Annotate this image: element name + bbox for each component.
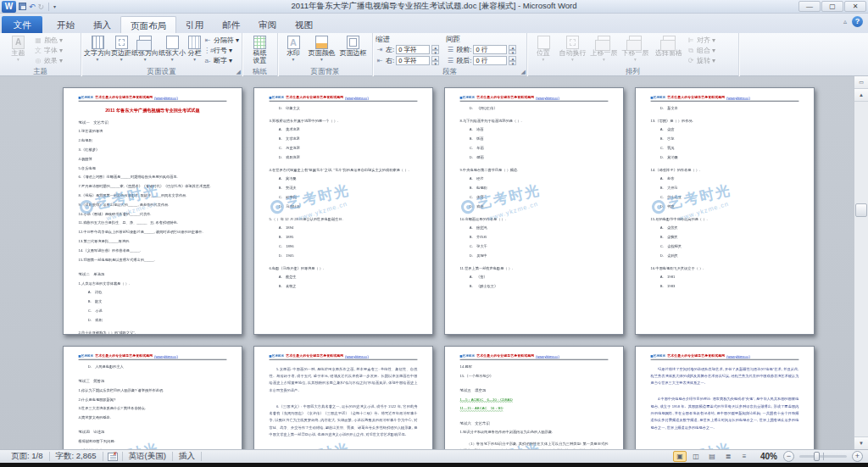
orientation-button[interactable]: 纸张方向▾ <box>131 34 159 67</box>
spacing-before-input[interactable]: 0 行 <box>473 45 507 54</box>
send-backward-icon <box>629 36 642 49</box>
header-site-link[interactable]: (www.yktime.cc) <box>536 97 559 100</box>
zoom-slider-thumb[interactable] <box>814 452 820 461</box>
text-line: 1—5：ACBDC 6—10：CDBAD <box>460 398 609 403</box>
watermark-button[interactable]: A 水印▾ <box>281 34 306 67</box>
save-icon[interactable] <box>19 3 26 10</box>
document-page-6[interactable]: 艺考时光艺术生最大的专业辅导艺考资料试题网(www.yktime.cc)5.水墨… <box>253 346 433 449</box>
document-page-4[interactable]: 艺考时光艺术生最大的专业辅导艺考资料试题网(www.yktime.cc)D. 新… <box>635 87 815 335</box>
themes-button[interactable]: A 主题▾ <box>3 34 34 67</box>
line-numbers-button[interactable]: ⋮# 行号▾ <box>203 46 239 55</box>
minimize-button[interactable]: — <box>798 1 821 12</box>
columns-button[interactable]: 分栏▾ <box>186 34 203 67</box>
view-print-layout-icon[interactable]: ▣ <box>673 451 687 462</box>
spacing-after-spinner[interactable]: ▲▼ <box>509 56 516 65</box>
group-button[interactable]: ⧉ 组合▾ <box>687 46 715 55</box>
indent-left-spinner[interactable]: ▲▼ <box>431 45 439 54</box>
tab-review[interactable]: 审阅 <box>249 16 286 33</box>
close-button[interactable]: ✕ <box>844 1 866 12</box>
indent-right-spinner[interactable]: ▲▼ <box>431 56 439 65</box>
tab-mailings[interactable]: 邮件 <box>213 16 249 33</box>
page-setup-dialog-launcher-icon[interactable]: ◢ <box>236 69 241 75</box>
send-backward-button[interactable]: 下移一层▾ <box>620 34 651 67</box>
grid-settings-button[interactable]: 稿纸 设置 <box>245 34 275 67</box>
vertical-scrollbar[interactable]: ▭ ▲ ▼ <box>854 76 868 449</box>
status-page-count[interactable]: 页面: 1/8 <box>5 451 49 462</box>
zoom-out-icon[interactable]: − <box>783 451 794 462</box>
header-site-link[interactable]: (www.yktime.cc) <box>154 355 177 359</box>
undo-icon[interactable]: ↶ <box>29 1 36 13</box>
document-page-3[interactable]: 艺考时光艺术生最大的专业辅导艺考资料试题网(www.yktime.cc)D. 《… <box>444 87 624 335</box>
status-insert-mode[interactable]: 插入 <box>173 451 201 462</box>
hyphenation-button[interactable]: a- 断字▾ <box>203 56 239 65</box>
zoom-level[interactable]: 40% <box>760 452 777 461</box>
header-site-link[interactable]: (www.yktime.cc) <box>345 97 368 100</box>
spacing-before-spinner[interactable]: ▲▼ <box>509 45 516 54</box>
status-language[interactable]: 英语(美国) <box>123 451 172 462</box>
zoom-slider[interactable] <box>799 455 847 458</box>
text-line: C. 1896 <box>279 244 418 249</box>
bring-forward-button[interactable]: 上移一层▾ <box>588 34 620 67</box>
scrollbar-thumb[interactable] <box>855 203 867 217</box>
margins-button[interactable]: 页边距▾ <box>111 34 131 67</box>
header-site-link[interactable]: (www.yktime.cc) <box>726 97 749 100</box>
document-page-7[interactable]: 艺考时光艺术生最大的专业辅导艺考资料试题网(www.yktime.cc)14.题… <box>444 346 624 449</box>
tab-view[interactable]: 视图 <box>286 16 322 33</box>
view-full-screen-icon[interactable]: ◫ <box>689 451 703 462</box>
page-borders-button[interactable]: 页面边框 <box>337 34 369 67</box>
theme-colors-button[interactable]: ▦ 颜色▾ <box>34 36 63 45</box>
tab-file[interactable]: 文件 <box>2 16 42 33</box>
wrap-text-button[interactable]: 自动换行▾ <box>557 34 588 67</box>
align-icon: ⊫ <box>687 36 695 44</box>
scroll-up-icon[interactable]: ▲ <box>854 89 868 102</box>
group-label-grid: 稿纸 <box>242 67 277 76</box>
view-outline-icon[interactable]: ≣ <box>721 451 735 462</box>
page-color-button[interactable]: 页面颜色▾ <box>306 34 337 67</box>
site-logo-icon: 艺考时光 <box>460 354 476 359</box>
redo-icon[interactable]: ↻ <box>38 1 45 13</box>
ruler-toggle-icon[interactable]: ▭ <box>854 76 868 89</box>
tab-page-layout[interactable]: 页面布局 <box>120 16 176 33</box>
paper-size-button[interactable]: 纸张大小▾ <box>159 34 186 67</box>
text-direction-button[interactable]: 文字方向▾ <box>84 34 111 67</box>
status-word-count[interactable]: 字数: 2,865 <box>50 451 103 462</box>
spell-check-icon[interactable] <box>108 453 118 461</box>
qat-customize-icon[interactable]: ▾ <box>53 1 56 13</box>
paragraph-dialog-launcher-icon[interactable]: ◢ <box>521 69 526 75</box>
indent-left-input[interactable]: 0 字符 <box>396 45 430 54</box>
text-line: A. 金庸 <box>660 127 799 132</box>
document-page-2[interactable]: 艺考时光艺术生最大的专业辅导艺考资料试题网(www.yktime.cc)D. 印… <box>253 87 433 335</box>
page-header: 艺考时光艺术生最大的专业辅导艺考资料试题网(www.yktime.cc) <box>79 96 227 102</box>
document-page-8[interactable]: 艺考时光艺术生最大的专业辅导艺考资料试题网(www.yktime.cc)纪录片描… <box>635 346 815 449</box>
maximize-button[interactable]: ▢ <box>821 1 843 12</box>
tab-home[interactable]: 开始 <box>47 16 84 33</box>
header-site-name: 艺术生最大的专业辅导艺考资料试题网 <box>667 96 725 100</box>
position-button[interactable]: 位置▾ <box>530 34 557 67</box>
scroll-down-icon[interactable]: ▼ <box>854 436 868 449</box>
help-icon[interactable]: ? <box>852 16 863 27</box>
tab-references[interactable]: 引用 <box>176 16 213 33</box>
minimize-ribbon-icon[interactable]: ▵ <box>843 18 847 25</box>
view-web-layout-icon[interactable]: ▤ <box>705 451 719 462</box>
header-site-name: 艺术生最大的专业辅导艺考资料试题网 <box>286 354 343 359</box>
text-line: 4.在世界古代短篇史上有“短篇北斗”之说, “北斗”指的是最早自由现实主义的戏剧… <box>270 168 418 173</box>
header-site-link[interactable]: (www.yktime.cc) <box>154 97 177 100</box>
theme-fonts-button[interactable]: 文 字体▾ <box>34 46 63 55</box>
indent-right-input[interactable]: 0 字符 <box>396 56 430 65</box>
text-line: 8.《祝福》是我国第一部彩色故事影片, 取材于_____的同名文学作品. <box>79 193 227 198</box>
theme-effects-button[interactable]: ◎ 效果▾ <box>34 56 63 65</box>
tab-insert[interactable]: 插入 <box>84 16 120 33</box>
view-draft-icon[interactable]: ≡ <box>737 451 751 462</box>
spacing-after-input[interactable]: 0 行 <box>473 56 507 65</box>
word-logo-icon[interactable]: W <box>2 1 16 13</box>
zoom-in-icon[interactable]: + <box>852 451 863 462</box>
align-button[interactable]: ⊫ 对齐▾ <box>687 36 715 45</box>
breaks-button[interactable]: ⇤ 分隔符▾ <box>203 36 239 45</box>
rotate-button[interactable]: ⟳ 旋转▾ <box>687 56 715 65</box>
header-site-link[interactable]: (www.yktime.cc) <box>345 355 368 359</box>
header-site-link[interactable]: (www.yktime.cc) <box>536 355 559 359</box>
document-page-1[interactable]: 艺考时光艺术生最大的专业辅导艺考资料试题网(www.yktime.cc)2011… <box>63 87 242 335</box>
header-site-link[interactable]: (www.yktime.cc) <box>726 355 749 359</box>
selection-pane-button[interactable]: 选择窗格 <box>651 34 687 67</box>
document-page-5[interactable]: 艺考时光艺术生最大的专业辅导艺考资料试题网(www.yktime.cc)D. 人… <box>63 346 242 449</box>
